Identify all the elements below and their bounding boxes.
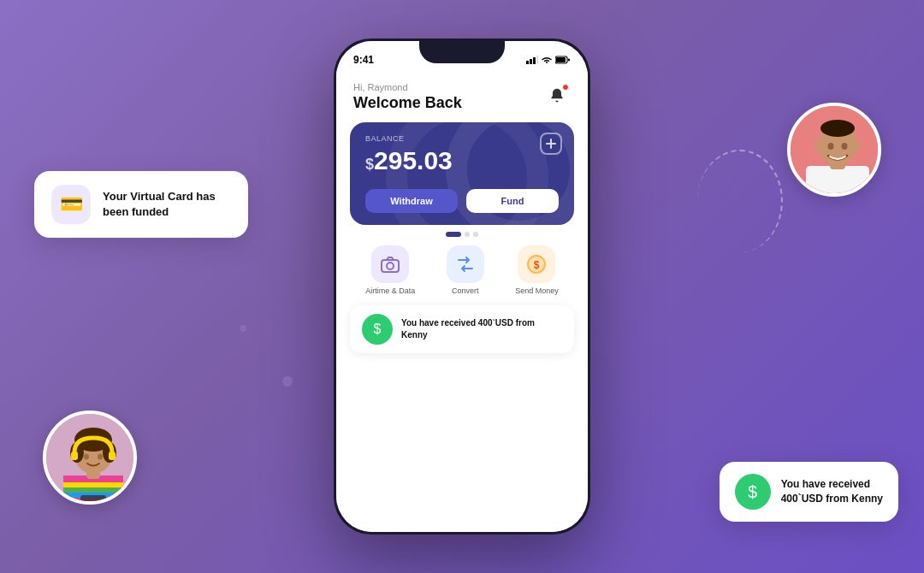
phone-screen: 9:41 xyxy=(336,41,588,532)
bottom-right-icon: $ xyxy=(735,474,771,510)
avatar-woman xyxy=(43,411,137,505)
phone-mockup: 9:41 xyxy=(334,38,590,535)
status-time: 9:41 xyxy=(353,54,374,66)
bell-notification-dot xyxy=(562,84,569,91)
balance-amount: $295.03 xyxy=(365,146,559,175)
app-content: Hi, Raymond Welcome Back Balance xyxy=(336,72,588,532)
svg-point-22 xyxy=(814,141,821,150)
app-header: Hi, Raymond Welcome Back xyxy=(336,72,588,119)
svg-rect-28 xyxy=(533,57,536,64)
dot-1 xyxy=(446,232,461,237)
camera-icon xyxy=(380,254,400,275)
deco-dot-2 xyxy=(240,325,246,332)
welcome-text: Welcome Back xyxy=(353,94,462,112)
convert-arrows-icon xyxy=(455,254,476,275)
svg-point-23 xyxy=(854,141,861,150)
card-dots xyxy=(336,232,588,237)
quick-actions: Airtime & Data Convert xyxy=(336,245,588,295)
svg-rect-3 xyxy=(63,482,123,487)
balance-label: Balance xyxy=(365,134,559,143)
greeting-block: Hi, Raymond Welcome Back xyxy=(353,82,462,112)
bell-button[interactable] xyxy=(543,82,571,109)
avatar-man xyxy=(787,103,881,197)
currency-symbol: $ xyxy=(365,156,374,173)
connector-line xyxy=(697,150,783,252)
action-convert[interactable]: Convert xyxy=(447,245,484,295)
svg-rect-26 xyxy=(526,61,529,64)
svg-text:$: $ xyxy=(534,259,540,271)
convert-label: Convert xyxy=(452,286,479,295)
withdraw-button[interactable]: Withdraw xyxy=(365,189,458,213)
greeting-text: Hi, Raymond xyxy=(353,82,462,92)
convert-icon xyxy=(447,245,484,283)
svg-point-21 xyxy=(820,120,855,137)
svg-point-25 xyxy=(842,143,848,150)
received-text: You have received 400`USD from Kenny xyxy=(401,317,562,341)
svg-point-34 xyxy=(387,263,394,269)
plus-icon xyxy=(546,139,556,149)
svg-rect-29 xyxy=(536,56,538,64)
send-money-label: Send Money xyxy=(515,286,559,295)
phone-frame: 9:41 xyxy=(334,38,590,535)
svg-rect-14 xyxy=(71,452,78,460)
send-money-icon: $ xyxy=(518,245,555,283)
svg-rect-15 xyxy=(109,452,116,460)
deco-dot-1 xyxy=(282,376,293,387)
fund-button[interactable]: Fund xyxy=(466,189,559,213)
svg-point-13 xyxy=(98,454,103,460)
balance-add-button[interactable] xyxy=(540,133,562,155)
svg-point-24 xyxy=(828,143,834,150)
svg-rect-32 xyxy=(568,59,570,62)
svg-rect-4 xyxy=(63,487,123,493)
received-icon: $ xyxy=(362,314,393,345)
notif-card-icon: 💳 xyxy=(51,185,91,224)
phone-notch xyxy=(419,41,505,63)
svg-point-12 xyxy=(84,454,89,460)
status-bar: 9:41 xyxy=(336,41,588,72)
dot-2 xyxy=(465,232,470,237)
dot-3 xyxy=(473,232,478,237)
balance-card: Balance $295.03 Withdraw Fund xyxy=(350,122,574,225)
wifi-icon xyxy=(542,56,552,64)
card-actions: Withdraw Fund xyxy=(365,189,559,213)
svg-rect-31 xyxy=(556,57,566,62)
received-card: $ You have received 400`USD from Kenny xyxy=(350,305,574,353)
action-airtime[interactable]: Airtime & Data xyxy=(365,245,415,295)
bottom-right-card: $ You have received400`USD from Kenny xyxy=(720,462,898,522)
svg-rect-27 xyxy=(530,59,532,64)
airtime-icon xyxy=(371,245,409,283)
signal-icon xyxy=(526,56,538,64)
dollar-icon: $ xyxy=(526,254,547,275)
notification-card: 💳 Your Virtual Card has been funded xyxy=(34,171,248,238)
status-icons xyxy=(526,56,571,64)
action-send-money[interactable]: $ Send Money xyxy=(515,245,559,295)
bottom-right-text: You have received400`USD from Kenny xyxy=(781,477,883,506)
notif-card-text: Your Virtual Card has been funded xyxy=(103,189,231,220)
airtime-label: Airtime & Data xyxy=(365,286,415,295)
battery-icon xyxy=(555,56,571,64)
